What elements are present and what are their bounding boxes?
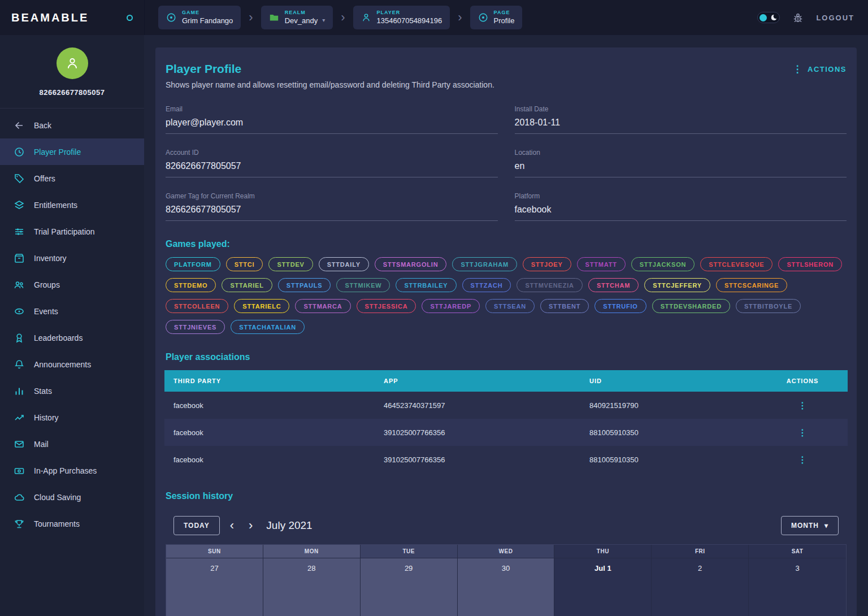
sidebar-player-id: 826626677805057 xyxy=(0,88,144,97)
game-chip[interactable]: STTDEVSHARDED xyxy=(652,299,730,313)
person-icon xyxy=(361,12,371,23)
calendar-day-cell[interactable]: 28 xyxy=(263,558,361,616)
game-chip[interactable]: STTJACKSON xyxy=(631,257,695,271)
uid-cell: 840921519790 xyxy=(580,401,774,410)
beamable-logo[interactable]: BEAMABLE xyxy=(11,11,89,24)
calendar-day-cell[interactable]: 2 xyxy=(652,558,749,616)
game-chip[interactable]: STTJESSICA xyxy=(357,299,416,313)
game-chip[interactable]: STTMATT xyxy=(577,257,626,271)
row-actions-menu-icon[interactable]: ⋮ xyxy=(798,455,807,465)
sidebar-item-inventory[interactable]: Inventory xyxy=(0,245,144,271)
game-chip[interactable]: STTBITBOYLE xyxy=(736,299,801,313)
app-cell: 464523740371597 xyxy=(375,401,580,410)
game-chip[interactable]: STTJOEY xyxy=(523,257,571,271)
sidebar-item-trial-participation[interactable]: Trial Participation xyxy=(0,218,144,245)
game-chip[interactable]: STTMVENEZIA xyxy=(517,278,582,292)
game-chip[interactable]: STTCHAM xyxy=(588,278,639,292)
game-chip[interactable]: STTSMARGOLIN xyxy=(375,257,447,271)
sidebar-item-mail[interactable]: Mail xyxy=(0,431,144,457)
game-chip[interactable]: PLATFORM xyxy=(166,257,220,271)
weekday-header: THU xyxy=(554,545,652,558)
sidebar-item-label: History xyxy=(34,413,59,422)
calendar-day-cell[interactable]: 29 xyxy=(361,558,458,616)
logout-button[interactable]: LOGOUT xyxy=(816,14,854,22)
breadcrumb-value: Profile xyxy=(494,16,515,25)
game-chip[interactable]: STTACHATALIAN xyxy=(231,320,305,334)
row-actions-menu-icon[interactable]: ⋮ xyxy=(798,428,807,437)
game-chip[interactable]: STTJNIEVES xyxy=(166,320,225,334)
games-played-chips: PLATFORM STTCI STTDEV STTDAILY STTSMARGO… xyxy=(166,257,847,334)
game-chip[interactable]: STTMIKEW xyxy=(336,278,390,292)
row-actions-menu-icon[interactable]: ⋮ xyxy=(798,401,807,410)
game-chip[interactable]: STTPAULS xyxy=(278,278,331,292)
game-chip[interactable]: STTJAREDP xyxy=(422,299,480,313)
game-chip[interactable]: STTRBAILEY xyxy=(396,278,456,292)
sidebar-item-events[interactable]: Events xyxy=(0,298,144,324)
column-header: THIRD PARTY xyxy=(164,378,375,384)
tag-icon xyxy=(14,173,25,184)
calendar-month-label: July 2021 xyxy=(266,519,312,532)
calendar-day-cell[interactable]: 27 xyxy=(166,558,263,616)
game-chip[interactable]: STTBENT xyxy=(540,299,589,313)
game-chip[interactable]: STTDEV xyxy=(268,257,313,271)
email-field[interactable]: Email player@player.com xyxy=(166,105,498,134)
sidebar-item-groups[interactable]: Groups xyxy=(0,271,144,298)
game-chip[interactable]: STTJGRAHAM xyxy=(452,257,517,271)
game-chip[interactable]: STTZACH xyxy=(462,278,511,292)
breadcrumb-realm[interactable]: REALM Dev_andy▾ xyxy=(261,6,333,29)
breadcrumb-page[interactable]: PAGE Profile xyxy=(470,6,523,29)
gamer-tag-field[interactable]: Gamer Tag for Current Realm 826626677805… xyxy=(166,192,498,221)
sidebar-item-back[interactable]: Back xyxy=(0,112,144,138)
actions-button[interactable]: ⋮ ACTIONS xyxy=(793,62,847,74)
next-month-button[interactable]: › xyxy=(244,519,257,532)
game-chip[interactable]: STTARIEL xyxy=(222,278,272,292)
game-chip[interactable]: STTCLEVESQUE xyxy=(700,257,772,271)
third-party-cell: facebook xyxy=(164,401,375,410)
weekday-header: WED xyxy=(458,545,555,558)
view-selector-button[interactable]: MONTH ▾ xyxy=(781,516,839,535)
sidebar-item-label: Back xyxy=(34,121,51,130)
game-chip[interactable]: STTARIELC xyxy=(234,299,289,313)
debug-icon[interactable] xyxy=(792,12,804,23)
game-chip[interactable]: STTRUFIO xyxy=(594,299,646,313)
game-chip[interactable]: STTCOLLEEN xyxy=(166,299,228,313)
banknote-icon xyxy=(14,465,25,476)
today-button[interactable]: TODAY xyxy=(173,516,220,535)
platform-field[interactable]: Platform facebook xyxy=(515,192,847,221)
sidebar-item-stats[interactable]: Stats xyxy=(0,378,144,404)
sidebar-item-player-profile[interactable]: Player Profile xyxy=(0,138,144,165)
sidebar-item-announcements[interactable]: Announcements xyxy=(0,351,144,378)
game-chip[interactable]: STTSEAN xyxy=(485,299,535,313)
medal-icon xyxy=(14,332,25,344)
game-chip[interactable]: STTCSCARINGE xyxy=(716,278,787,292)
game-chip[interactable]: STTLSHERON xyxy=(778,257,842,271)
game-chip[interactable]: STTCJEFFERY xyxy=(644,278,710,292)
game-chip[interactable]: STTCI xyxy=(226,257,263,271)
sidebar-item-history[interactable]: History xyxy=(0,404,144,431)
sidebar-item-label: Offers xyxy=(34,174,55,183)
session-calendar: SUN MON TUE WED THU FRI SAT 27 28 29 30 … xyxy=(166,544,847,616)
breadcrumb-player[interactable]: PLAYER 1354607054894196 xyxy=(353,6,450,29)
calendar-day-cell[interactable]: 30 xyxy=(458,558,555,616)
calendar-day-cell[interactable]: 3 xyxy=(749,558,846,616)
sidebar-item-in-app-purchases[interactable]: In-App Purchases xyxy=(0,457,144,484)
sidebar-item-entitlements[interactable]: Entitlements xyxy=(0,192,144,218)
theme-toggle[interactable] xyxy=(757,12,780,23)
calendar-day-cell[interactable]: Jul 1 xyxy=(554,558,652,616)
location-field[interactable]: Location en xyxy=(515,149,847,177)
logo-area: BEAMABLE xyxy=(0,0,144,35)
prev-month-button[interactable]: ‹ xyxy=(225,519,238,532)
breadcrumb-game[interactable]: GAME Grim Fandango xyxy=(158,6,241,29)
game-chip[interactable]: STTDEMO xyxy=(166,278,216,292)
game-chip[interactable]: STTDAILY xyxy=(319,257,369,271)
trophy-icon xyxy=(14,518,25,530)
field-value: player@player.com xyxy=(166,118,498,128)
game-icon xyxy=(166,12,176,23)
sidebar-item-leaderboards[interactable]: Leaderboards xyxy=(0,324,144,351)
sidebar-item-tournaments[interactable]: Tournaments xyxy=(0,510,144,537)
account-id-field[interactable]: Account ID 826626677805057 xyxy=(166,149,498,177)
sidebar-item-offers[interactable]: Offers xyxy=(0,165,144,192)
install-date-field[interactable]: Install Date 2018-01-11 xyxy=(515,105,847,134)
game-chip[interactable]: STTMARCA xyxy=(295,299,350,313)
sidebar-item-cloud-saving[interactable]: Cloud Saving xyxy=(0,484,144,510)
